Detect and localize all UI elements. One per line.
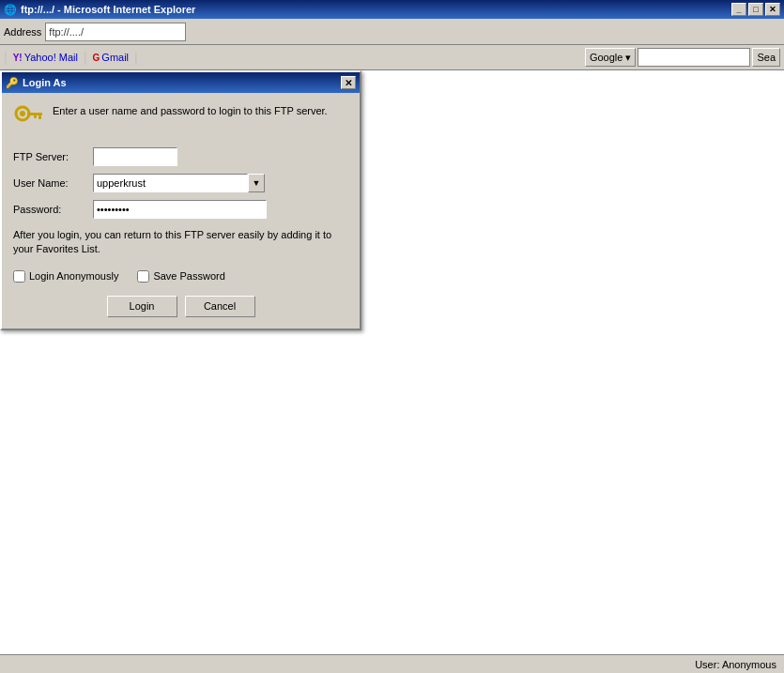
- svg-rect-3: [38, 115, 41, 119]
- login-button[interactable]: Login: [107, 296, 177, 317]
- ftp-server-row: FTP Server:: [13, 147, 348, 166]
- username-input[interactable]: [93, 174, 248, 192]
- save-password-checkbox[interactable]: [137, 270, 149, 283]
- status-bar: User: Anonymous: [0, 654, 784, 673]
- dialog-title-text: 🔑 Login As: [6, 77, 67, 89]
- save-password-label[interactable]: Save Password: [137, 270, 224, 283]
- maximize-button[interactable]: □: [748, 3, 763, 16]
- username-label: User Name:: [13, 177, 93, 189]
- separator3: |: [134, 50, 138, 65]
- login-anonymously-checkbox[interactable]: [13, 270, 25, 283]
- ftp-server-label: FTP Server:: [13, 151, 93, 162]
- password-label: Password:: [13, 204, 93, 215]
- browser-title-text: 🌐 ftp://.../ - Microsoft Internet Explor…: [4, 4, 195, 16]
- svg-point-1: [20, 111, 25, 116]
- separator2: |: [84, 50, 87, 65]
- ftp-server-input[interactable]: [93, 147, 177, 166]
- cancel-button[interactable]: Cancel: [185, 296, 255, 317]
- close-button[interactable]: ✕: [765, 3, 780, 16]
- favorites-row: | Y! Yahoo! Mail | G Gmail | Google ▾ Se…: [0, 45, 784, 69]
- dialog-buttons: Login Cancel: [13, 296, 348, 317]
- dialog-header: Enter a user name and password to login …: [13, 104, 348, 134]
- dialog-header-text: Enter a user name and password to login …: [53, 104, 328, 134]
- yahoo-icon: Y!: [13, 53, 23, 63]
- username-container: ▼: [93, 174, 265, 192]
- yahoomail-link[interactable]: Y! Yahoo! Mail: [13, 52, 78, 63]
- separator1: |: [4, 50, 8, 65]
- dialog-title-label: Login As: [23, 77, 67, 88]
- login-anonymously-text: Login Anonymously: [29, 270, 118, 282]
- username-dropdown-arrow[interactable]: ▼: [248, 174, 265, 192]
- search-area: Google ▾ Sea: [585, 48, 780, 67]
- dialog-close-button[interactable]: ✕: [341, 76, 356, 89]
- dialog-title-bar: 🔑 Login As ✕: [2, 72, 360, 93]
- browser-title-bar: 🌐 ftp://.../ - Microsoft Internet Explor…: [0, 0, 784, 19]
- dialog-overlay: 🔑 Login As ✕ Enter a user nam: [0, 70, 784, 654]
- google-button[interactable]: Google ▾: [585, 48, 637, 67]
- password-input[interactable]: [93, 200, 267, 219]
- key-icon: [13, 104, 43, 134]
- yahoomail-label: Yahoo! Mail: [24, 52, 78, 63]
- title-bar-controls: _ □ ✕: [731, 3, 780, 16]
- minimize-button[interactable]: _: [731, 3, 746, 16]
- gmail-label: Gmail: [101, 52, 129, 63]
- login-anonymously-label[interactable]: Login Anonymously: [13, 270, 118, 283]
- dialog-content: Enter a user name and password to login …: [2, 93, 360, 329]
- password-row: Password:: [13, 200, 348, 219]
- dialog-checkboxes: Login Anonymously Save Password: [13, 270, 348, 283]
- svg-rect-4: [34, 115, 37, 118]
- username-row: User Name: ▼: [13, 174, 348, 192]
- address-label: Address: [4, 26, 41, 38]
- search-button[interactable]: Sea: [752, 48, 780, 67]
- toolbar-area: Address | Y! Yahoo! Mail | G Gmail | Goo…: [0, 19, 784, 70]
- address-row: Address: [0, 19, 784, 45]
- gmail-icon: G: [93, 53, 100, 63]
- address-bar[interactable]: [45, 23, 186, 41]
- search-input[interactable]: [638, 48, 750, 67]
- browser-title-icon: 🌐: [4, 4, 17, 16]
- dialog-info-text: After you login, you can return to this …: [13, 228, 348, 257]
- dialog-header-message: Enter a user name and password to login …: [53, 105, 328, 116]
- login-dialog: 🔑 Login As ✕ Enter a user nam: [0, 70, 361, 330]
- svg-rect-2: [27, 113, 42, 115]
- dialog-title-icon: 🔑: [6, 77, 19, 89]
- gmail-link[interactable]: G Gmail: [93, 52, 130, 63]
- save-password-text: Save Password: [153, 270, 224, 282]
- browser-title-label: ftp://.../ - Microsoft Internet Explorer: [21, 4, 195, 15]
- status-user-text: User: Anonymous: [695, 659, 776, 670]
